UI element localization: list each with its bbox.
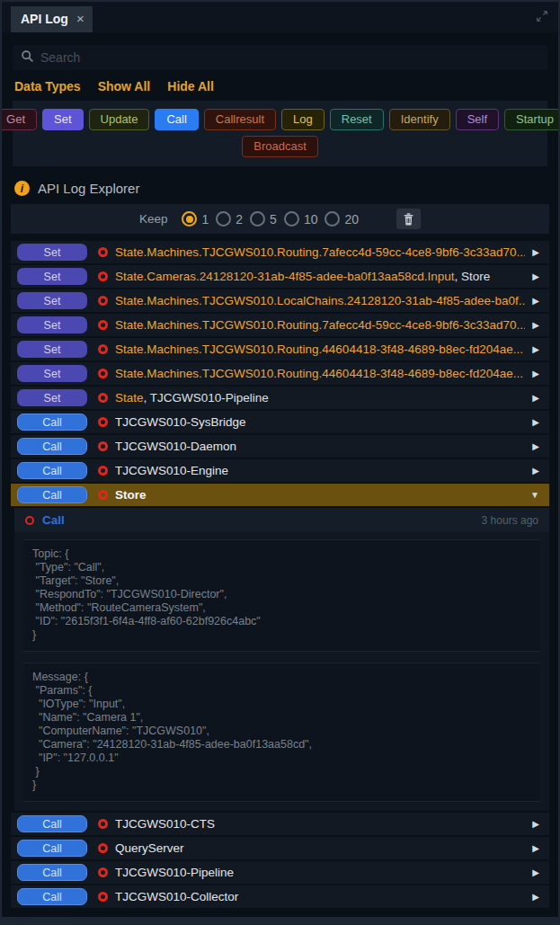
status-ring-icon: [98, 441, 108, 451]
row-topic-label: QueryServer: [115, 841, 525, 855]
chevron-right-icon[interactable]: ▶: [532, 296, 539, 306]
filter-button-self[interactable]: Self: [456, 109, 499, 130]
filter-button-reset[interactable]: Reset: [330, 109, 384, 130]
status-ring-icon: [98, 296, 108, 306]
log-row[interactable]: Set State.Machines.TJCGWS010.LocalChains…: [11, 289, 549, 312]
message-json-block: Message: { "Params": { "IOType": "Input"…: [23, 663, 540, 802]
chevron-right-icon[interactable]: ▶: [532, 466, 539, 476]
log-row[interactable]: Call TJCGWS010-Collector ▶: [11, 885, 549, 908]
filter-button-broadcast[interactable]: Broadcast: [242, 136, 318, 157]
keep-panel: Keep 1251020: [11, 204, 549, 234]
status-ring-icon: [98, 417, 108, 427]
api-log-window: API Log × Data Types Show All Hide All G…: [0, 0, 560, 925]
log-row[interactable]: Set State.Machines.TJCGWS010.Routing.7af…: [11, 314, 549, 336]
log-row[interactable]: Call TJCGWS010-SysBridge ▶: [11, 411, 549, 433]
chevron-right-icon[interactable]: ▶: [532, 819, 539, 829]
keep-radio-2[interactable]: 2: [216, 211, 243, 227]
row-type-button[interactable]: Set: [17, 341, 87, 358]
row-type-button[interactable]: Call: [17, 438, 87, 455]
clear-log-button[interactable]: [396, 209, 421, 229]
log-row[interactable]: Set State, TJCGWS010-Pipeline ▶: [11, 387, 549, 409]
link-show-all[interactable]: Show All: [98, 79, 151, 93]
keep-radio-20[interactable]: 20: [324, 211, 359, 227]
row-topic-label: Store: [115, 488, 523, 502]
filter-button-call[interactable]: Call: [155, 109, 198, 130]
detail-type-label: Call: [42, 513, 65, 527]
chevron-right-icon[interactable]: ▶: [532, 843, 539, 853]
keep-radio-group: 1251020: [182, 211, 366, 227]
row-type-button[interactable]: Set: [17, 365, 87, 382]
log-row[interactable]: Set State.Cameras.24128120-31ab-4f85-ade…: [11, 265, 549, 288]
log-row[interactable]: Call TJCGWS010-Pipeline ▶: [11, 861, 549, 884]
filter-button-update[interactable]: Update: [89, 109, 150, 130]
status-ring-icon: [98, 867, 108, 877]
row-topic-label: State.Machines.TJCGWS010.Routing.4460441…: [115, 367, 525, 380]
keep-radio-10[interactable]: 10: [284, 211, 318, 227]
log-row[interactable]: Set State.Machines.TJCGWS010.Routing.446…: [11, 338, 549, 360]
row-type-button[interactable]: Call: [17, 462, 87, 479]
row-type-button[interactable]: Set: [17, 244, 87, 261]
page-title: API Log Explorer: [38, 181, 139, 196]
link-data-types[interactable]: Data Types: [14, 79, 81, 93]
chevron-right-icon[interactable]: ▶: [532, 441, 539, 451]
filter-button-callresult[interactable]: Callresult: [204, 109, 276, 130]
status-ring-icon: [98, 369, 108, 378]
row-topic-label: TJCGWS010-SysBridge: [115, 415, 525, 429]
keep-radio-5[interactable]: 5: [250, 211, 277, 227]
row-type-button[interactable]: Set: [17, 389, 87, 406]
row-type-button[interactable]: Set: [17, 316, 87, 334]
row-topic-label: State.Machines.TJCGWS010.Routing.7afecc4…: [115, 318, 525, 332]
status-ring-icon: [98, 393, 108, 403]
log-detail-panel: Call 3 hours ago Topic: { "Type": "Call"…: [14, 508, 549, 811]
row-type-button[interactable]: Call: [17, 888, 87, 905]
expand-icon[interactable]: [535, 9, 549, 27]
row-type-button[interactable]: Call: [17, 414, 87, 431]
chevron-right-icon[interactable]: ▶: [532, 417, 539, 427]
status-ring-icon: [98, 247, 108, 257]
log-row[interactable]: Call Store ▼: [11, 484, 549, 506]
row-topic-label: TJCGWS010-Collector: [115, 890, 525, 903]
row-type-button[interactable]: Call: [17, 864, 87, 881]
filter-buttons-row-2: Broadcast: [20, 136, 540, 157]
info-icon: i: [14, 181, 30, 196]
tab-title: API Log: [21, 12, 68, 26]
status-ring-icon: [98, 819, 108, 829]
chevron-right-icon[interactable]: ▶: [532, 892, 539, 902]
status-ring-icon: [98, 843, 108, 853]
keep-radio-1[interactable]: 1: [182, 211, 209, 227]
row-type-button[interactable]: Set: [17, 268, 87, 285]
tab-api-log[interactable]: API Log ×: [11, 6, 93, 32]
chevron-right-icon[interactable]: ▶: [532, 393, 539, 403]
bottom-filler: [2, 910, 558, 917]
log-row[interactable]: Call TJCGWS010-Engine ▶: [11, 459, 549, 482]
row-topic-label: State.Cameras.24128120-31ab-4f85-adee-ba…: [115, 270, 525, 283]
row-type-button[interactable]: Set: [17, 292, 87, 309]
log-row[interactable]: Call TJCGWS010-CTS ▶: [11, 813, 549, 835]
chevron-right-icon[interactable]: ▶: [532, 320, 539, 330]
search-icon: [21, 49, 34, 67]
filter-button-log[interactable]: Log: [281, 109, 324, 130]
row-type-button[interactable]: Call: [17, 486, 87, 503]
chevron-down-icon[interactable]: ▼: [530, 490, 539, 500]
close-icon[interactable]: ×: [76, 14, 84, 23]
log-row[interactable]: Set State.Machines.TJCGWS010.Routing.7af…: [11, 241, 549, 263]
search-input[interactable]: [40, 50, 539, 65]
link-hide-all[interactable]: Hide All: [167, 79, 214, 93]
log-row[interactable]: Call TJCGWS010-Daemon ▶: [11, 435, 549, 458]
chevron-right-icon[interactable]: ▶: [532, 344, 539, 354]
chevron-right-icon[interactable]: ▶: [532, 271, 539, 281]
row-topic-label: State, TJCGWS010-Pipeline: [115, 391, 525, 405]
row-type-button[interactable]: Call: [17, 840, 87, 857]
filter-button-set[interactable]: Set: [42, 109, 84, 130]
chevron-right-icon[interactable]: ▶: [532, 247, 539, 257]
filter-button-panel: GetSetUpdateCallCallresultLogResetIdenti…: [13, 101, 547, 166]
filter-button-startup[interactable]: Startup: [504, 109, 560, 130]
filter-button-get[interactable]: Get: [0, 109, 37, 130]
row-type-button[interactable]: Call: [17, 815, 87, 832]
search-bar: [13, 45, 547, 70]
chevron-right-icon[interactable]: ▶: [532, 867, 539, 877]
log-row[interactable]: Set State.Machines.TJCGWS010.Routing.446…: [11, 362, 549, 385]
log-row[interactable]: Call QueryServer ▶: [11, 837, 549, 859]
chevron-right-icon[interactable]: ▶: [532, 369, 539, 378]
filter-button-identify[interactable]: Identify: [389, 109, 450, 130]
